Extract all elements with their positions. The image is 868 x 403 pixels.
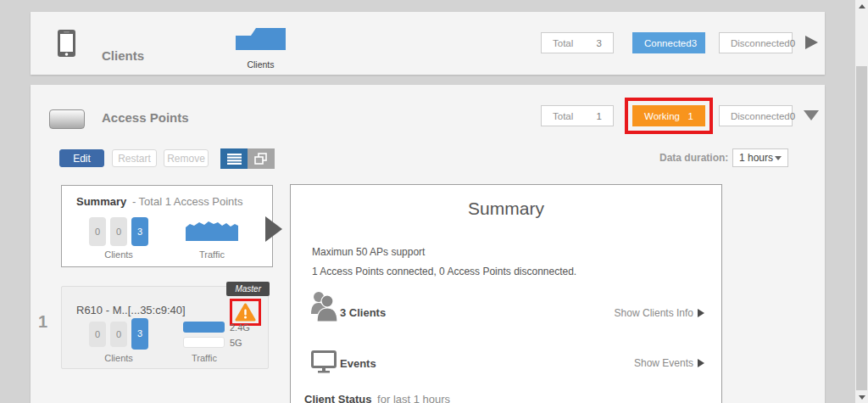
summary-card-subtitle: - Total 1 Access Points xyxy=(132,195,243,208)
dropdown-arrow-icon xyxy=(775,156,782,160)
detail-title: Summary xyxy=(291,199,721,219)
summary-card-title: Summary xyxy=(76,195,126,208)
ap-card-index: 1 xyxy=(38,312,47,332)
ap-section-title: Access Points xyxy=(102,110,189,125)
ap-working-value: 1 xyxy=(688,111,693,121)
restart-button[interactable]: Restart xyxy=(112,149,157,167)
scroll-down-icon xyxy=(859,395,865,400)
ap-collapse-arrow-icon[interactable] xyxy=(804,110,819,120)
summary-traffic-label: Traffic xyxy=(182,249,242,260)
ap-summary-card[interactable]: Summary - Total 1 Access Points 003 Clie… xyxy=(61,185,273,267)
clients-connected-label: Connected xyxy=(644,38,692,48)
data-duration-value: 1 hours xyxy=(739,152,773,164)
ap-detail-panel: Summary Maximun 50 APs support 1 Access … xyxy=(290,184,722,403)
link-arrow-icon xyxy=(698,359,704,367)
ap-total-label: Total xyxy=(553,111,573,121)
clients-section-title: Clients xyxy=(102,48,144,63)
dashboard-screen: Clients Clients Total 3 Connected 3 Disc… xyxy=(0,0,868,403)
cascade-view-button[interactable] xyxy=(248,148,275,169)
monitor-icon xyxy=(311,350,337,373)
clients-section: Clients Clients Total 3 Connected 3 Disc… xyxy=(31,12,825,75)
list-view-button[interactable] xyxy=(220,148,248,169)
traffic-bar-24g xyxy=(183,322,225,333)
clients-disconnected-value: 0 xyxy=(790,38,795,48)
client-count-box: 0 xyxy=(110,217,127,246)
data-duration-select[interactable]: 1 hours xyxy=(732,148,788,167)
band-5g-label: 5G xyxy=(230,338,242,348)
ap-traffic-label: Traffic xyxy=(175,353,234,363)
ap-card-r610[interactable]: R610 - M..[...35:c9:40] Master 003 Clien… xyxy=(61,286,269,369)
warning-icon[interactable] xyxy=(235,303,256,322)
clients-folder-icon[interactable] xyxy=(236,27,286,50)
scrollbar-track[interactable] xyxy=(855,0,868,403)
link-arrow-icon xyxy=(698,309,704,317)
master-badge: Master xyxy=(226,282,270,296)
client-count-box: 0 xyxy=(89,322,106,347)
client-status-label: Client Status xyxy=(304,393,371,403)
ap-clients-label: Clients xyxy=(87,353,150,363)
access-points-section: Access Points Total 1 Working 1 Disconne… xyxy=(31,85,825,403)
edit-button[interactable]: Edit xyxy=(59,149,104,167)
show-clients-info-link[interactable]: Show Clients Info xyxy=(615,307,704,319)
show-events-text: Show Events xyxy=(634,357,693,369)
ap-working-label: Working xyxy=(644,111,680,121)
scroll-up-icon xyxy=(859,4,865,8)
data-duration-label: Data duration: xyxy=(659,152,728,164)
phone-icon xyxy=(58,30,75,57)
ap-card-name: R610 - M..[...35:c9:40] xyxy=(76,304,186,316)
ap-total-value: 1 xyxy=(597,111,602,121)
clients-total-label: Total xyxy=(553,38,573,48)
people-icon xyxy=(310,290,337,322)
cascade-view-icon xyxy=(254,153,268,165)
access-point-device-icon xyxy=(49,109,85,129)
show-events-link[interactable]: Show Events xyxy=(634,357,704,369)
client-status-range: for last 1 hours xyxy=(377,393,450,403)
ap-client-boxes: 003 xyxy=(89,318,153,350)
band-24g-label: 2.4G xyxy=(230,322,250,333)
clients-expand-arrow-icon[interactable] xyxy=(805,36,818,49)
client-count-box: 3 xyxy=(131,318,148,350)
remove-button[interactable]: Remove xyxy=(164,149,209,167)
scroll-down-button[interactable] xyxy=(855,391,868,403)
selected-card-pointer-icon xyxy=(265,216,282,242)
clients-connected-button[interactable]: Connected 3 xyxy=(632,32,705,53)
ap-working-button[interactable]: Working 1 xyxy=(632,105,705,126)
ap-disconnected-label: Disconnected xyxy=(731,111,790,121)
clients-disconnected-label: Disconnected xyxy=(731,38,790,48)
traffic-bar-5g xyxy=(183,337,225,348)
clients-connected-value: 3 xyxy=(692,38,697,48)
detail-line1: Maximun 50 APs support xyxy=(312,246,425,258)
list-view-icon xyxy=(227,154,242,165)
client-count-box: 0 xyxy=(89,217,106,246)
clients-disconnected-button[interactable]: Disconnected 0 xyxy=(719,32,793,53)
clients-total-button[interactable]: Total 3 xyxy=(541,32,614,53)
clients-folder-label: Clients xyxy=(236,59,286,70)
ap-disconnected-button[interactable]: Disconnected 0 xyxy=(719,105,793,126)
summary-clients-label: Clients xyxy=(87,249,150,260)
client-count-box: 0 xyxy=(110,322,127,347)
ap-disconnected-value: 0 xyxy=(790,111,795,121)
scrollbar-thumb[interactable] xyxy=(856,66,867,390)
clients-total-value: 3 xyxy=(597,38,602,48)
events-label: Events xyxy=(340,357,376,370)
ap-total-button[interactable]: Total 1 xyxy=(541,105,614,126)
detail-line2: 1 Access Points connected, 0 Access Poin… xyxy=(312,266,576,277)
show-clients-info-text: Show Clients Info xyxy=(615,307,693,319)
clients-count-label: 3 Clients xyxy=(340,306,386,319)
client-count-box: 3 xyxy=(131,217,148,246)
traffic-sparkline-chart xyxy=(186,219,238,241)
summary-client-boxes: 003 xyxy=(89,217,153,246)
scroll-up-button[interactable] xyxy=(855,0,868,12)
